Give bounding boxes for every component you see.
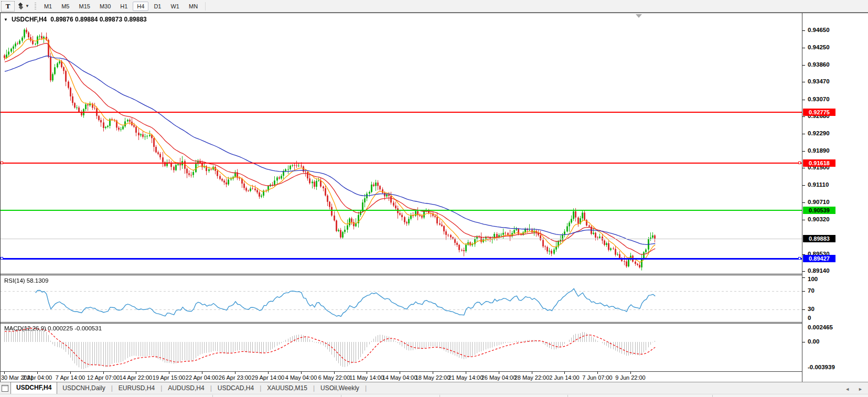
date-tick-mark (334, 372, 335, 374)
price-axis[interactable]: 0.946500.942500.938600.934700.930700.926… (802, 13, 868, 382)
macd-indicator-panel[interactable] (0, 324, 802, 371)
chart-title: ▼ USDCHF,H4 0.89876 0.89884 0.89873 0.89… (4, 16, 147, 23)
chart-toolbar: T ▼ M1M5M15M30H1H4D1W1MN (0, 0, 868, 13)
macd-axis-label: 0.00 (808, 338, 850, 345)
chart-shift-marker-icon (636, 14, 642, 18)
timeframe-button-h1[interactable]: H1 (116, 2, 132, 11)
date-tick-mark (37, 372, 38, 374)
macd-axis-label: -0.003939 (808, 364, 850, 371)
rsi-label: RSI(14) 58.1309 (4, 277, 48, 284)
bottom-strip-separator (567, 395, 568, 397)
arrow-objects-button[interactable]: ▼ (17, 2, 31, 11)
price-axis-label: 0.93070 (808, 96, 850, 103)
rsi-indicator-panel[interactable] (0, 275, 802, 322)
chart-window-icon[interactable] (2, 385, 8, 392)
price-axis-label: 0.92290 (808, 130, 850, 137)
bottom-strip-separator (440, 395, 440, 397)
price-axis-label: 0.94250 (808, 44, 850, 51)
axis-tick-mark (802, 100, 805, 100)
symbol-dropdown-icon[interactable]: ▼ (4, 17, 8, 22)
timeframe-button-m30[interactable]: M30 (95, 2, 115, 11)
timeframe-button-m15[interactable]: M15 (74, 2, 94, 11)
chart-tab-usdchf-h4[interactable]: USDCHF,H4 (10, 382, 57, 394)
date-tick-mark (301, 372, 302, 374)
main-price-chart[interactable] (0, 13, 802, 274)
rsi-name: RSI(14) (4, 277, 25, 284)
axis-tick-mark (802, 82, 805, 82)
horizontal-line-0.89883[interactable] (0, 239, 802, 239)
date-axis-label: 2 Apr 04:00 (23, 374, 52, 381)
horizontal-line-0.92775[interactable] (0, 112, 802, 113)
date-tick-mark (499, 372, 499, 374)
axis-tick-mark (802, 277, 805, 278)
dropdown-caret-icon[interactable]: ▼ (25, 4, 29, 8)
date-axis-label: 22 Apr 04:00 (186, 374, 218, 381)
horizontal-line-0.89427[interactable] (0, 258, 802, 260)
bottom-strip-separator (212, 395, 213, 397)
trading-terminal-window: T ▼ M1M5M15M30H1H4D1W1MN ▼ USDCHF,H4 0.8… (0, 0, 868, 397)
timeframe-button-d1[interactable]: D1 (149, 2, 165, 11)
date-tick-mark (597, 372, 598, 374)
timeframe-button-mn[interactable]: MN (185, 2, 202, 11)
text-tool-button[interactable]: T (1, 1, 15, 12)
axis-tick-mark (802, 168, 805, 168)
chart-left-border (0, 13, 1, 382)
date-axis-label: 7 Jun 07:00 (582, 374, 613, 381)
bottom-strip-separator (341, 395, 341, 397)
price-line-badge-0.89427: 0.89427 (803, 255, 835, 262)
line-handle[interactable] (798, 257, 801, 260)
timeframe-button-group: M1M5M15M30H1H4D1W1MN (39, 3, 202, 9)
date-tick-mark (103, 372, 104, 374)
axis-tick-mark (802, 202, 805, 203)
date-tick-mark (202, 372, 202, 374)
price-axis-label: 0.90710 (808, 199, 850, 206)
date-axis-label: 14 May 04:00 (382, 374, 417, 381)
horizontal-line-0.91618[interactable] (0, 163, 802, 164)
date-tick-mark (466, 372, 466, 374)
rsi-value: 58.1309 (27, 277, 49, 284)
date-axis-label: 11 May 14:00 (349, 374, 384, 381)
axis-tick-mark (802, 309, 805, 310)
date-axis-label: 18 May 22:00 (415, 374, 451, 381)
rsi-axis-label: 70 (808, 287, 850, 294)
price-line-badge-0.90539: 0.90539 (803, 207, 835, 214)
tab-scroll-arrows: ◄ ► (845, 387, 863, 392)
axis-tick-mark (802, 185, 805, 186)
horizontal-line-0.90539[interactable] (0, 210, 802, 211)
chart-tab-usdcnh-daily[interactable]: USDCNH,Daily (57, 383, 110, 394)
toolbar-grip (35, 3, 36, 10)
chart-tab-usoil-weekly[interactable]: USOil,Weekly (315, 383, 365, 394)
macd-axis-label: 0.002465 (808, 324, 850, 331)
axis-tick-mark (802, 151, 805, 152)
date-axis[interactable]: 30 Mar 20212 Apr 04:007 Apr 14:0012 Apr … (0, 371, 802, 382)
timeframe-button-h4[interactable]: H4 (133, 2, 148, 11)
chart-tab-xauusd-m15[interactable]: XAUUSD,M15 (262, 383, 313, 394)
timeframe-button-m5[interactable]: M5 (57, 2, 73, 11)
price-line-badge-0.91618: 0.91618 (803, 159, 835, 167)
chart-tab-audusd-h4[interactable]: AUDUSD,H4 (163, 383, 209, 394)
axis-tick-mark (802, 134, 805, 134)
line-handle[interactable] (798, 162, 801, 164)
axis-tick-mark (802, 291, 805, 292)
axis-tick-mark (802, 48, 805, 48)
chart-tab-eurusd-h4[interactable]: EURUSD,H4 (113, 383, 160, 394)
date-axis-label: 4 May 04:00 (285, 374, 317, 381)
macd-values: 0.000225 -0.000531 (48, 325, 102, 331)
timeframe-button-w1[interactable]: W1 (166, 2, 184, 11)
tab-scroll-left-icon[interactable]: ◄ (845, 387, 850, 392)
date-tick-mark (136, 372, 136, 374)
date-axis-label: 26 Apr 23:00 (219, 374, 251, 381)
tab-scroll-right-icon[interactable]: ► (858, 387, 863, 392)
chart-tab-bar: USDCHF,H4USDCNH,Daily|EURUSD,H4|AUDUSD,H… (0, 382, 868, 394)
price-axis-label: 0.91890 (808, 147, 850, 154)
axis-tick-mark (802, 342, 805, 342)
timeframe-button-m1[interactable]: M1 (40, 2, 56, 11)
axis-tick-mark (802, 30, 805, 31)
price-axis-label: 0.94650 (808, 27, 850, 34)
line-handle[interactable] (1, 257, 3, 260)
chart-tab-usdcad-h4[interactable]: USDCAD,H4 (212, 383, 259, 394)
line-handle[interactable] (1, 162, 3, 164)
tabs-container: USDCHF,H4USDCNH,Daily|EURUSD,H4|AUDUSD,H… (10, 382, 367, 394)
rsi-axis-label: 30 (808, 306, 850, 313)
price-axis-label: 0.93860 (808, 61, 850, 68)
